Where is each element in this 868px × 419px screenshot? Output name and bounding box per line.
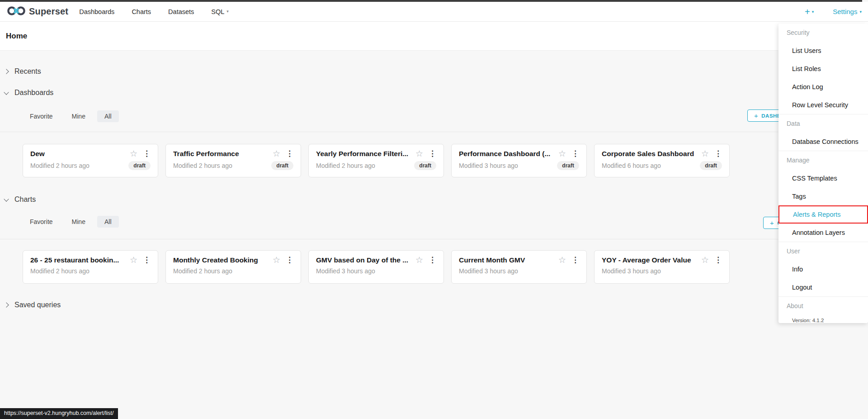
chevron-right-icon	[4, 69, 9, 74]
divider	[0, 132, 868, 132]
new-item-plus-button[interactable]: + ▾	[805, 7, 814, 16]
kebab-menu-icon[interactable]: ⋮	[429, 256, 436, 264]
settings-dropdown-menu: Security List Users List Roles Action Lo…	[778, 24, 868, 323]
modified-label: Modified 3 hours ago	[602, 267, 722, 275]
kebab-menu-icon[interactable]: ⋮	[143, 150, 151, 157]
section-header-recents[interactable]: Recents	[5, 66, 41, 77]
brand-home-link[interactable]: Superset	[7, 5, 68, 19]
tab-favorite[interactable]: Favorite	[23, 216, 60, 228]
favorite-star-icon[interactable]: ☆	[415, 256, 423, 264]
favorite-star-icon[interactable]: ☆	[130, 149, 137, 158]
favorite-star-icon[interactable]: ☆	[558, 256, 566, 264]
menu-group-data: Data	[778, 114, 868, 133]
tab-mine[interactable]: Mine	[65, 216, 93, 228]
menu-item-list-users[interactable]: List Users	[778, 42, 868, 60]
tab-all[interactable]: All	[97, 110, 119, 122]
chevron-down-icon	[4, 90, 9, 95]
menu-item-action-log[interactable]: Action Log	[778, 78, 868, 96]
favorite-star-icon[interactable]: ☆	[415, 149, 423, 158]
menu-item-list-roles[interactable]: List Roles	[778, 60, 868, 78]
plus-icon: +	[770, 219, 774, 227]
dashboards-card-row: Dew ☆ ⋮ Modified 2 hours ago draft Traff…	[23, 144, 730, 177]
modified-label: Modified 2 hours ago	[30, 162, 128, 169]
nav-item-dashboards[interactable]: Dashboards	[71, 8, 123, 15]
card-title: Traffic Performance	[173, 150, 269, 158]
favorite-star-icon[interactable]: ☆	[130, 256, 137, 264]
kebab-menu-icon[interactable]: ⋮	[429, 150, 436, 157]
chart-card[interactable]: GMV based on Day of the ... ☆ ⋮ Modified…	[308, 250, 444, 284]
dashboard-card[interactable]: Dew ☆ ⋮ Modified 2 hours ago draft	[23, 144, 158, 177]
draft-badge: draft	[271, 161, 293, 170]
modified-label: Modified 2 hours ago	[173, 267, 293, 275]
caret-down-icon: ▾	[226, 10, 229, 14]
favorite-star-icon[interactable]: ☆	[273, 256, 280, 264]
kebab-menu-icon[interactable]: ⋮	[286, 256, 293, 264]
chart-card[interactable]: Current Month GMV ☆ ⋮ Modified 3 hours a…	[451, 250, 587, 284]
modified-label: Modified 3 hours ago	[316, 267, 436, 275]
favorite-star-icon[interactable]: ☆	[701, 256, 709, 264]
kebab-menu-icon[interactable]: ⋮	[571, 150, 579, 157]
favorite-star-icon[interactable]: ☆	[273, 149, 280, 158]
charts-card-row: 26 - 25 restaurant bookin... ☆ ⋮ Modifie…	[23, 250, 730, 284]
settings-dropdown-trigger[interactable]: Settings ▾	[833, 8, 862, 15]
dashboard-card[interactable]: Traffic Performance ☆ ⋮ Modified 2 hours…	[165, 144, 301, 177]
kebab-menu-icon[interactable]: ⋮	[286, 150, 293, 157]
menu-item-database-connections[interactable]: Database Connections	[778, 133, 868, 151]
menu-item-logout[interactable]: Logout	[778, 278, 868, 296]
section-label-recents: Recents	[14, 67, 41, 76]
section-header-charts[interactable]: Charts	[5, 194, 36, 205]
page-header-band: Home	[0, 22, 868, 51]
plus-icon: +	[805, 7, 810, 16]
menu-item-info[interactable]: Info	[778, 260, 868, 278]
superset-home-screen: Superset Dashboards Charts Datasets SQL …	[0, 0, 868, 419]
card-title: Dew	[30, 150, 126, 158]
settings-label: Settings	[833, 8, 857, 15]
menu-item-alerts-reports[interactable]: Alerts & Reports	[778, 205, 868, 224]
section-label-charts: Charts	[14, 195, 36, 204]
tab-favorite[interactable]: Favorite	[23, 110, 60, 122]
kebab-menu-icon[interactable]: ⋮	[571, 256, 579, 264]
caret-down-icon: ▾	[859, 10, 862, 14]
page-title: Home	[6, 32, 27, 41]
version-label: Version: 4.1.2	[778, 315, 868, 323]
modified-label: Modified 3 hours ago	[459, 162, 557, 169]
draft-badge: draft	[557, 161, 579, 170]
draft-badge: draft	[414, 161, 436, 170]
nav-item-charts[interactable]: Charts	[123, 8, 160, 15]
chart-card[interactable]: 26 - 25 restaurant bookin... ☆ ⋮ Modifie…	[23, 250, 158, 284]
browser-status-url: https://superset-v2.hungryhub.com/alert/…	[0, 408, 118, 419]
plus-icon: +	[754, 112, 758, 119]
card-title: 26 - 25 restaurant bookin...	[30, 256, 126, 264]
kebab-menu-icon[interactable]: ⋮	[714, 150, 722, 157]
card-title: YOY - Average Order Value	[602, 256, 698, 264]
modified-label: Modified 2 hours ago	[316, 162, 414, 169]
dashboard-card[interactable]: Performance Dashboard (... ☆ ⋮ Modified …	[451, 144, 587, 177]
dashboard-card[interactable]: Corporate Sales Dashboard ☆ ⋮ Modified 6…	[594, 144, 730, 177]
nav-item-datasets[interactable]: Datasets	[160, 8, 203, 15]
navbar: Superset Dashboards Charts Datasets SQL …	[0, 2, 868, 22]
menu-item-tags[interactable]: Tags	[778, 187, 868, 205]
menu-item-row-level-security[interactable]: Row Level Security	[778, 96, 868, 114]
section-header-dashboards[interactable]: Dashboards	[5, 87, 53, 98]
dashboards-filter-tabs: Favorite Mine All	[23, 110, 119, 122]
chart-card[interactable]: Monthly Created Booking ☆ ⋮ Modified 2 h…	[165, 250, 301, 284]
section-label-saved-queries: Saved queries	[14, 301, 61, 309]
dashboard-card[interactable]: Yearly Performance Filteri... ☆ ⋮ Modifi…	[308, 144, 444, 177]
tab-mine[interactable]: Mine	[65, 110, 93, 122]
chart-card[interactable]: YOY - Average Order Value ☆ ⋮ Modified 3…	[594, 250, 730, 284]
window-top-strip	[0, 0, 862, 2]
kebab-menu-icon[interactable]: ⋮	[714, 256, 722, 264]
nav-item-sql[interactable]: SQL ▾	[203, 8, 237, 15]
favorite-star-icon[interactable]: ☆	[701, 149, 709, 158]
favorite-star-icon[interactable]: ☆	[558, 149, 566, 158]
tab-all[interactable]: All	[97, 216, 119, 228]
menu-item-annotation-layers[interactable]: Annotation Layers	[778, 224, 868, 242]
menu-item-css-templates[interactable]: CSS Templates	[778, 169, 868, 187]
kebab-menu-icon[interactable]: ⋮	[143, 256, 151, 264]
card-title: Yearly Performance Filteri...	[316, 150, 412, 158]
section-header-saved-queries[interactable]: Saved queries	[5, 300, 61, 310]
menu-group-security: Security	[778, 24, 868, 42]
card-title: Current Month GMV	[459, 256, 555, 264]
draft-badge: draft	[700, 161, 722, 170]
menu-group-user: User	[778, 242, 868, 260]
